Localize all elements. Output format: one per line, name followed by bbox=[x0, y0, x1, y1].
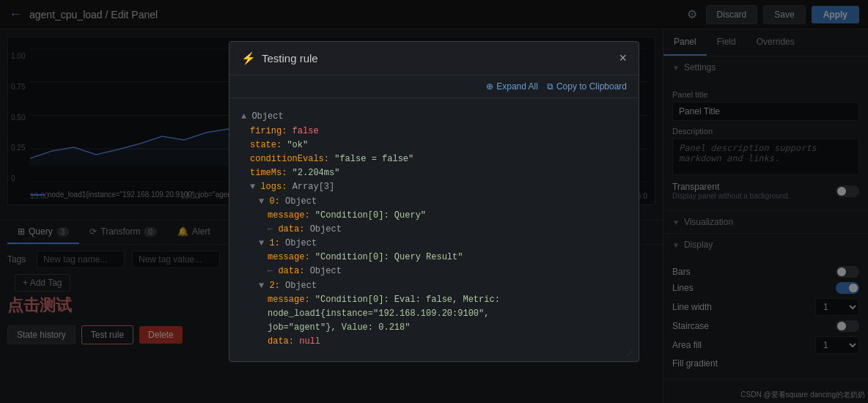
json-line-5: timeMs: "2.204ms" bbox=[241, 166, 627, 180]
json-line-3: state: "ok" bbox=[241, 138, 627, 152]
modal-close-button[interactable]: × bbox=[619, 51, 627, 66]
json-line-7: ▼ 0: Object bbox=[241, 195, 627, 209]
testing-rule-modal: ⚡ Testing rule × ⊕ Expand All ⧉ Copy to … bbox=[229, 41, 639, 361]
json-line-2: firing: false bbox=[241, 125, 627, 138]
json-line-14: message: "Condition[0]: Eval: false, Met… bbox=[241, 293, 627, 321]
expand-all-icon: ⊕ bbox=[486, 81, 493, 92]
expand-all-label: Expand All bbox=[496, 81, 538, 92]
json-line-9: ← data: Object bbox=[241, 223, 627, 237]
copy-clipboard-label: Copy to Clipboard bbox=[556, 81, 627, 92]
modal-header: ⚡ Testing rule × bbox=[229, 42, 639, 75]
modal-rule-icon: ⚡ bbox=[241, 51, 256, 65]
json-line-11: message: "Condition[0]: Query Result" bbox=[241, 251, 627, 265]
json-line-10: ▼ 1: Object bbox=[241, 237, 627, 251]
modal-title: Testing rule bbox=[262, 52, 619, 64]
json-line-4: conditionEvals: "false = false" bbox=[241, 152, 627, 166]
watermark: CSDN @爱看square dancing的老奶奶 bbox=[740, 390, 865, 400]
json-line-16: data: null bbox=[241, 335, 627, 349]
json-line-15: job="agent"}, Value: 0.218" bbox=[241, 321, 627, 335]
modal-overlay: ⚡ Testing rule × ⊕ Expand All ⧉ Copy to … bbox=[0, 0, 868, 403]
expand-all-button[interactable]: ⊕ Expand All bbox=[486, 81, 538, 92]
modal-body: ▲ Object firing: false state: "ok" condi… bbox=[229, 98, 639, 361]
copy-icon: ⧉ bbox=[547, 81, 553, 92]
json-line-13: ▼ 2: Object bbox=[241, 279, 627, 293]
copy-clipboard-button[interactable]: ⧉ Copy to Clipboard bbox=[547, 81, 627, 92]
json-line-1: ▲ Object bbox=[241, 110, 627, 124]
json-line-12: ← data: Object bbox=[241, 265, 627, 278]
json-line-8: message: "Condition[0]: Query" bbox=[241, 209, 627, 223]
modal-toolbar: ⊕ Expand All ⧉ Copy to Clipboard bbox=[229, 75, 639, 98]
modal-resize-handle[interactable]: ⟋ bbox=[625, 347, 636, 358]
json-line-6: ▼ logs: Array[3] bbox=[241, 180, 627, 194]
